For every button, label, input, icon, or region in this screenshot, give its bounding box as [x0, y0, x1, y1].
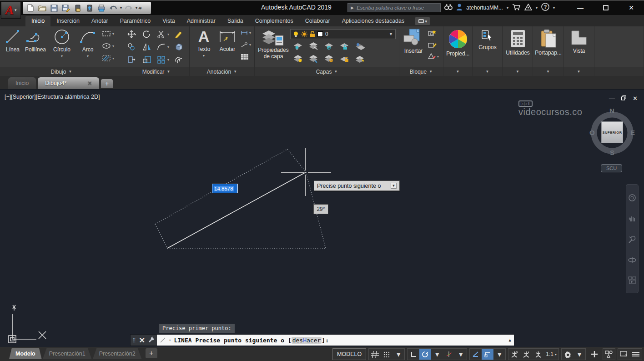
layout-tab-presentacion1[interactable]: Presentación1	[43, 348, 92, 359]
circle-tool-button[interactable]: Círculo ▾	[50, 29, 74, 58]
viewport-controls-label[interactable]: [−][Superior][Estructura alámbrica 2D]	[5, 94, 100, 100]
ribbon-display-options[interactable]: ▾	[415, 17, 430, 25]
offset-tool-button[interactable]	[174, 55, 183, 64]
close-command-icon[interactable]: ✕	[139, 336, 145, 345]
dynamic-angle-input[interactable]: 29°	[313, 204, 328, 214]
a360-dropdown-icon[interactable]: ▾	[536, 6, 538, 10]
polyline-tool-button[interactable]: Polilínea	[23, 29, 48, 53]
dimension-tool-button[interactable]: Acotar	[216, 28, 239, 52]
annotation-visibility-toggle[interactable]	[508, 349, 520, 360]
insert-block-button[interactable]: Insertar	[401, 28, 426, 54]
erase-tool-button[interactable]	[174, 30, 183, 38]
panel-label-portapapeles[interactable]: ▼	[533, 67, 563, 76]
layer-select[interactable]: 0 ▼	[290, 29, 396, 39]
annotation-autoscale-toggle[interactable]	[520, 349, 532, 360]
object-snap-toggle[interactable]	[470, 349, 482, 360]
signed-in-user[interactable]: atehortuaMM...	[466, 5, 503, 11]
layer-unlock2-icon[interactable]	[339, 55, 349, 63]
maximize-button[interactable]	[593, 0, 619, 15]
rectangle-tool-button[interactable]: ▾	[102, 30, 114, 37]
workspace-dropdown-icon[interactable]: ▾	[574, 349, 585, 360]
view-panel-button[interactable]: Vista	[564, 29, 594, 54]
vp-close-icon[interactable]: ✕	[633, 95, 638, 102]
mirror-tool-button[interactable]	[142, 43, 151, 51]
annotation-scale-value[interactable]: 1:1▾	[544, 351, 558, 357]
scu-button[interactable]: SCU	[601, 164, 622, 172]
user-dropdown-icon[interactable]: ▾	[507, 6, 508, 10]
save-icon[interactable]	[49, 3, 59, 13]
layer-prev-icon[interactable]	[324, 55, 334, 63]
zoom-icon[interactable]	[628, 235, 636, 243]
customize-wrench-icon[interactable]	[148, 336, 154, 344]
panel-label-grupos[interactable]: ▼	[473, 67, 502, 76]
redo-dropdown-icon[interactable]: ▾	[136, 6, 137, 10]
dynamic-input-toggle[interactable]	[482, 349, 493, 360]
osnap-track-dropdown-icon[interactable]: ▾	[455, 349, 467, 360]
scale-tool-button[interactable]	[142, 55, 151, 64]
undo-icon[interactable]	[108, 3, 118, 13]
create-block-button[interactable]	[428, 29, 437, 36]
dock-grip-handle[interactable]: ⣿	[133, 339, 136, 341]
layer-properties-button[interactable]: Propiedades de capa	[257, 28, 289, 60]
clipboard-panel-button[interactable]: Portapap...	[533, 29, 564, 56]
undo-dropdown-icon[interactable]: ▾	[120, 6, 122, 10]
panel-label-capas[interactable]: Capas▼	[255, 67, 399, 76]
plot-icon[interactable]	[96, 3, 106, 13]
layer-isolate-icon[interactable]	[293, 42, 303, 50]
recent-commands-icon[interactable]: ▾	[169, 338, 171, 342]
stretch-tool-button[interactable]	[127, 55, 136, 64]
qat-customize-icon[interactable]: ▿̶	[139, 5, 141, 10]
clean-screen-hamburger-icon[interactable]	[630, 349, 642, 360]
new-file-icon[interactable]	[25, 3, 35, 13]
layer-match-icon[interactable]	[355, 42, 366, 50]
panel-label-modificar[interactable]: Modificar▼	[123, 67, 189, 76]
groups-panel-button[interactable]: Grupos	[473, 29, 503, 50]
command-expand-icon[interactable]: ▲	[509, 338, 511, 342]
workspace-gear-icon[interactable]	[562, 349, 574, 360]
panel-label-utilidades[interactable]: ▼	[503, 67, 533, 76]
application-menu-button[interactable]: A ▾	[1, 1, 21, 19]
viewcube-north[interactable]: N	[609, 107, 614, 115]
multileader-button[interactable]: ▾	[241, 42, 251, 47]
close-tab-icon[interactable]: ✕	[87, 80, 92, 86]
save-to-web-icon[interactable]	[85, 3, 95, 13]
text-tool-button[interactable]: A Texto▾	[193, 28, 214, 58]
ribbon-tab-administrar[interactable]: Administrar	[181, 16, 221, 26]
help-icon[interactable]: ?	[541, 3, 549, 13]
arc-tool-button[interactable]: Arco ▾	[76, 29, 99, 58]
ribbon-tab-parametrico[interactable]: Paramétrico	[114, 16, 156, 26]
autodesk-a360-icon[interactable]	[524, 4, 532, 12]
snap-dropdown-icon[interactable]: ▾	[392, 349, 404, 360]
viewcube-top-face[interactable]: SUPERIOR	[601, 121, 623, 143]
ellipse-tool-button[interactable]: ▾	[102, 43, 114, 49]
graphics-performance-icon[interactable]	[618, 349, 630, 360]
close-button[interactable]: ✕	[619, 0, 644, 15]
file-tab-dibujo4[interactable]: Dibujo4* ✕	[38, 77, 99, 89]
viewcube-west[interactable]: O	[589, 129, 595, 136]
layer-make-current-icon[interactable]	[293, 55, 303, 63]
hatch-tool-button[interactable]: ▾	[102, 55, 114, 62]
undo-option-chip[interactable]: desHacer	[292, 337, 322, 344]
ribbon-tab-vista[interactable]: Vista	[156, 16, 181, 26]
panel-label-propiedades[interactable]: ▼	[443, 67, 472, 76]
block-attributes-button[interactable]: ▾	[428, 53, 439, 60]
orbit-icon[interactable]	[628, 256, 636, 264]
array-tool-button[interactable]: ▾	[157, 55, 169, 64]
panel-label-dibujo[interactable]: Dibujo▼	[0, 67, 123, 76]
redo-icon[interactable]	[124, 3, 134, 13]
open-from-web-icon[interactable]	[73, 3, 83, 13]
viewcube-east[interactable]: E	[630, 129, 635, 136]
command-input[interactable]: ▾ LINEA Precise punto siguiente o [desHa…	[157, 335, 514, 346]
viewcube-south[interactable]: S	[610, 149, 614, 156]
panel-label-bloque[interactable]: Bloque▼	[399, 67, 443, 76]
panel-label-anotacion[interactable]: Anotación▼	[190, 67, 254, 76]
annotation-scale-icon[interactable]	[532, 349, 544, 360]
layer-copy-objects-icon[interactable]	[355, 55, 366, 63]
tooltip-expand-icon[interactable]: ▼	[391, 183, 397, 189]
dynamic-length-input[interactable]: 14.8578	[212, 184, 238, 193]
grid-display-toggle[interactable]	[369, 349, 381, 360]
vp-restore-icon[interactable]	[621, 94, 626, 102]
new-drawing-tab-button[interactable]: +	[101, 79, 113, 88]
app-store-cart-icon[interactable]	[512, 4, 521, 12]
ortho-mode-toggle[interactable]	[408, 349, 419, 360]
